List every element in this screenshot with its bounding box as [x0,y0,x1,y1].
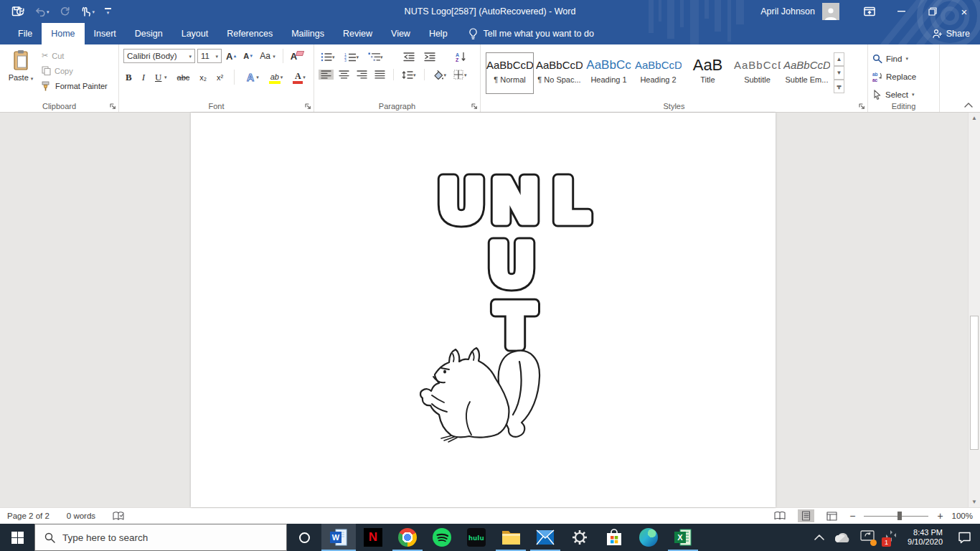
taskbar-spotify[interactable] [425,524,459,551]
line-spacing-button[interactable]: ▾ [400,70,418,80]
justify-button[interactable] [372,70,387,80]
taskbar-word[interactable]: W [321,524,356,551]
decrease-indent-button[interactable] [401,52,417,62]
align-right-button[interactable] [354,70,369,80]
print-layout-button[interactable] [798,509,814,522]
tab-mailings[interactable]: Mailings [282,23,334,44]
strikethrough-button[interactable]: abc [175,72,192,83]
tab-layout[interactable]: Layout [172,23,218,44]
styles-dialog-launcher[interactable] [858,103,865,110]
web-layout-button[interactable] [823,510,841,522]
taskbar-settings[interactable] [562,524,597,551]
bullets-button[interactable]: ▾ [319,52,337,62]
taskbar-excel[interactable]: X [666,524,700,551]
undo-icon[interactable]: ▾ [34,6,50,17]
superscript-button[interactable]: x² [215,72,225,83]
zoom-out-button[interactable]: − [849,510,855,522]
onedrive-cloud-icon[interactable] [834,532,851,543]
taskbar-edge[interactable] [631,524,666,551]
taskbar-microsoft-store[interactable] [597,524,631,551]
style-no-spacing[interactable]: AaBbCcDc ¶ No Spac... [535,52,583,94]
font-name-combo[interactable]: Calibri (Body)▾ [123,49,195,63]
collapse-ribbon-button[interactable] [964,103,973,108]
show-hidden-icons-chevron[interactable] [814,534,824,540]
tell-me-box[interactable]: Tell me what you want to do [468,23,594,44]
borders-button[interactable]: ▾ [451,69,469,80]
restore-button[interactable] [917,0,948,23]
tab-design[interactable]: Design [126,23,172,44]
shading-button[interactable]: ▾ [430,69,449,80]
find-button[interactable]: Find▾ [872,51,935,66]
select-button[interactable]: Select▾ [872,87,935,102]
text-effects-button[interactable]: A ▾ [243,71,261,83]
tab-view[interactable]: View [382,23,420,44]
style-subtitle[interactable]: AaBbCcD Subtitle [733,52,781,94]
multilevel-list-button[interactable]: ▾ [366,52,385,62]
subscript-button[interactable]: x₂ [197,72,209,83]
underline-button[interactable]: U ▾ [153,71,169,84]
paragraph-dialog-launcher[interactable] [471,103,478,110]
format-painter-button[interactable]: Format Painter [42,78,108,93]
styles-scroll-down[interactable]: ▼ [834,66,844,80]
taskbar-netflix[interactable]: N [356,524,390,551]
tab-insert[interactable]: Insert [85,23,126,44]
change-case-button[interactable]: Aa ▾ [258,50,278,62]
cut-button[interactable]: ✂Cut [42,48,108,63]
align-center-button[interactable] [336,70,352,80]
zoom-in-button[interactable]: + [937,510,943,522]
style-subtle-emphasis[interactable]: AaBbCcDt Subtle Em... [783,52,831,94]
customize-qat-icon[interactable]: ▾ [105,8,111,15]
tab-references[interactable]: References [217,23,282,44]
minimize-button[interactable] [885,0,917,23]
style-heading-2[interactable]: AaBbCcD Heading 2 [634,52,682,94]
tab-home[interactable]: Home [42,23,84,44]
display-tray-icon[interactable] [860,530,875,545]
italic-button[interactable]: I [140,71,147,84]
clear-formatting-button[interactable]: A [288,50,299,62]
font-color-button[interactable]: A ▾ [291,70,308,85]
tab-review[interactable]: Review [334,23,382,44]
taskbar-search-box[interactable] [34,524,287,551]
styles-scroll-up[interactable]: ▲ [834,52,844,66]
read-mode-button[interactable] [771,510,789,522]
touch-mouse-mode-icon[interactable]: ▾ [80,6,95,17]
vertical-scrollbar[interactable]: ▲ ▼ [968,113,980,507]
close-button[interactable]: × [948,0,980,23]
taskbar-file-explorer[interactable] [494,524,528,551]
tab-help[interactable]: Help [420,23,457,44]
scroll-up-arrow[interactable]: ▲ [969,113,980,123]
undo-dropdown-caret[interactable]: ▾ [47,9,50,14]
search-input[interactable] [62,532,263,543]
shrink-font-button[interactable]: A▼ [241,51,255,61]
grow-font-button[interactable]: A▲ [224,50,239,62]
zoom-level[interactable]: 100% [952,512,973,520]
bold-button[interactable]: B [123,71,134,84]
copy-button[interactable]: Copy [42,63,108,78]
taskbar-chrome[interactable] [390,524,425,551]
document-page[interactable]: U U N N L L U U T T [191,113,776,507]
redo-icon[interactable] [60,6,70,17]
avatar[interactable] [822,3,839,20]
numbering-button[interactable]: 123▾ [342,52,362,62]
clipboard-dialog-launcher[interactable] [109,103,116,110]
scroll-down-arrow[interactable]: ▼ [969,496,980,507]
replace-button[interactable]: abac Replace [872,69,935,84]
tab-file[interactable]: File [9,23,42,44]
scrollbar-thumb[interactable] [970,316,979,450]
font-size-combo[interactable]: 11▾ [197,49,222,63]
word-count[interactable]: 0 words [67,512,95,520]
styles-more-button[interactable]: ▬▼ [834,80,844,93]
proofing-status-icon[interactable] [113,512,124,521]
style-heading-1[interactable]: AaBbCc Heading 1 [585,52,633,94]
increase-indent-button[interactable] [422,52,438,62]
page-indicator[interactable]: Page 2 of 2 [7,512,50,520]
align-left-button[interactable] [319,70,334,80]
cortana-button[interactable] [287,524,321,551]
touch-mode-dropdown-caret[interactable]: ▾ [93,9,95,14]
taskbar-hulu[interactable]: hulu [459,524,494,551]
highlight-color-button[interactable]: ab ▾ [267,70,286,85]
action-center-icon[interactable] [958,532,971,544]
sync-tray-icon[interactable]: 1 [884,529,898,545]
style-normal[interactable]: AaBbCcDc ¶ Normal [486,52,534,94]
start-button[interactable] [0,524,34,551]
